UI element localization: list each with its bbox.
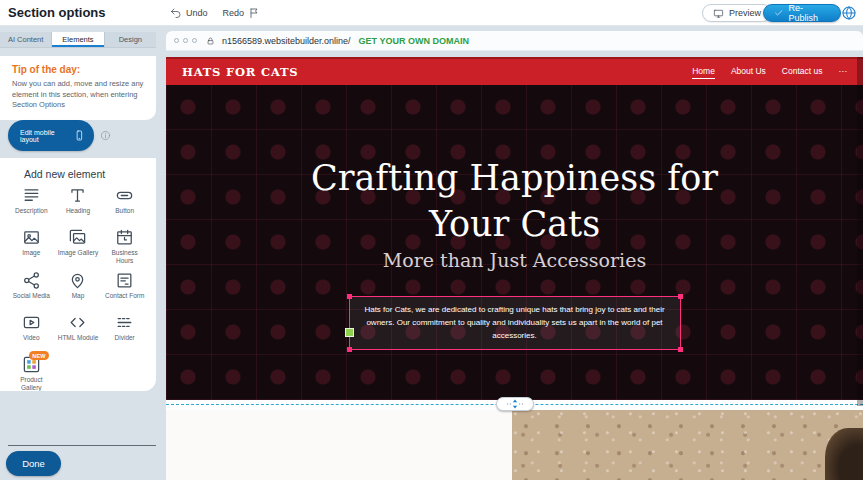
next-section[interactable] [166,410,863,480]
element-item-label: Social Media [13,292,50,300]
element-item-html-module[interactable]: HTML Module [55,313,102,349]
flag-icon [248,7,260,19]
nav-item-home[interactable]: Home [692,66,715,79]
section-resize-handle[interactable] [496,397,534,411]
mobile-phone-icon [74,129,85,142]
window-dot-icon [183,38,188,43]
add-element-title: Add new element [24,168,156,180]
tab-label: Elements [62,35,93,44]
nav-item-contact[interactable]: Contact us [782,66,823,78]
info-icon[interactable] [100,130,111,141]
hero-paragraph: Hats for Cats, we are dedicated to craft… [364,305,664,340]
republish-label: Re-Publish [788,3,830,23]
browser-chrome-bar: n1566589.websitebuilder.online/ GET YOUR… [166,31,863,51]
element-item-label: Heading [66,207,90,215]
next-section-text-column [166,410,512,480]
selection-corner-handle[interactable] [347,294,352,299]
hero-heading-line1: Crafting Happiness for [166,155,863,201]
element-item-social-media[interactable]: Social Media [8,271,55,307]
element-item-business-hours[interactable]: Business Hours [101,228,148,265]
element-item-contact-form[interactable]: Contact Form [101,271,148,307]
edit-mobile-layout-button[interactable]: Edit mobile layout [8,120,94,151]
site-logo[interactable]: HATS FOR CATS [182,65,298,79]
element-item-image[interactable]: Image [8,228,55,265]
business-hours-icon [115,228,134,247]
hero-heading-line2: Your Cats [166,201,863,247]
image-icon [22,228,41,247]
tip-of-the-day-card: Tip of the day: Now you can add, move an… [0,56,156,120]
redo-button[interactable]: Redo [223,7,261,19]
republish-button[interactable]: Re-Publish [763,4,841,22]
next-section-image [512,410,863,480]
button-icon [115,186,134,205]
edit-mobile-label: Edit mobile layout [20,129,74,143]
carpet-shadow-shape [825,428,863,480]
element-item-label: Map [72,292,85,300]
hero-heading[interactable]: Crafting Happiness for Your Cats [166,155,863,247]
site-nav: Home About Us Contact us ⋯ [692,66,847,79]
monitor-icon [713,8,724,19]
selection-corner-handle[interactable] [678,347,683,352]
new-badge: NEW [29,351,48,360]
nav-item-more[interactable]: ⋯ [839,66,848,78]
selection-corner-handle[interactable] [678,294,683,299]
html-module-icon [68,313,87,332]
element-item-description[interactable]: Description [8,186,55,222]
element-item-label: Video [23,334,40,342]
nav-item-about[interactable]: About Us [731,66,766,78]
get-domain-link[interactable]: GET YOUR OWN DOMAIN [359,36,469,46]
preview-area: n1566589.websitebuilder.online/ GET YOUR… [166,26,863,480]
social-media-icon [22,271,41,290]
tab-label: Design [119,35,142,44]
tab-ai-content[interactable]: AI Content [0,32,52,47]
site-header[interactable]: HATS FOR CATS Home About Us Contact us ⋯ [166,57,863,85]
lock-icon [206,36,215,46]
undo-label: Undo [186,8,208,18]
element-item-label: Description [15,207,48,215]
add-element-panel: Add new element Description Heading Butt… [0,158,156,391]
done-label: Done [22,458,45,469]
done-button[interactable]: Done [6,451,61,476]
redo-label: Redo [223,8,245,18]
element-item-product-gallery[interactable]: NEW Product Gallery [8,355,55,391]
element-item-label: Button [115,207,134,215]
element-item-map[interactable]: Map [55,271,102,307]
window-dot-icon [174,38,179,43]
hero-subheading[interactable]: More than Just Accessories [166,249,863,271]
hero-section[interactable]: Crafting Happiness for Your Cats More th… [166,85,863,400]
preview-scrollbar[interactable] [857,57,863,406]
element-item-image-gallery[interactable]: Image Gallery [55,228,102,265]
top-toolbar: Section options Undo Redo Preview [0,0,863,26]
selection-corner-handle[interactable] [347,347,352,352]
element-item-label: Divider [115,334,135,342]
element-item-label: HTML Module [58,334,99,342]
tab-design[interactable]: Design [105,32,156,47]
element-item-label: Image Gallery [58,249,98,257]
selected-text-element[interactable]: Hats for Cats, we are dedicated to craft… [349,296,681,350]
sidebar-divider [8,445,156,446]
video-icon [22,313,41,332]
tip-title: Tip of the day: [12,64,144,75]
description-icon [22,186,41,205]
tab-label: AI Content [8,35,43,44]
element-item-label: Image [22,249,40,257]
element-item-divider[interactable]: Divider [101,313,148,349]
tab-elements[interactable]: Elements [52,32,104,47]
element-item-button[interactable]: Button [101,186,148,222]
divider-icon [115,313,134,332]
element-drag-handle[interactable] [345,328,354,337]
check-icon [774,8,783,18]
element-item-label: Product Gallery [9,376,53,391]
globe-icon[interactable] [841,5,857,21]
undo-button[interactable]: Undo [170,7,208,19]
heading-icon [68,186,87,205]
element-item-video[interactable]: Video [8,313,55,349]
contact-form-icon [115,271,134,290]
window-dot-icon [192,38,197,43]
element-item-heading[interactable]: Heading [55,186,102,222]
app-root: Section options Undo Redo Preview [0,0,863,480]
preview-button[interactable]: Preview [702,4,772,22]
site-url: n1566589.websitebuilder.online/ [222,36,351,46]
element-item-label: Contact Form [105,292,144,300]
element-item-label: Business Hours [103,249,147,265]
